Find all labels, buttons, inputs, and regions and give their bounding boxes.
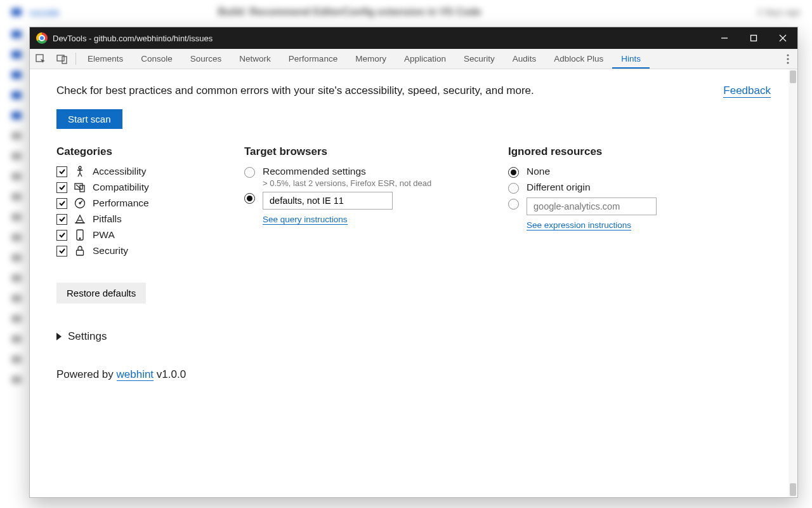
scrollbar[interactable] <box>789 69 797 497</box>
svg-point-10 <box>79 166 81 169</box>
file-icon <box>11 376 22 384</box>
restore-defaults-button[interactable]: Restore defaults <box>56 283 146 304</box>
separator <box>75 53 76 65</box>
checkbox-icon[interactable] <box>56 182 67 193</box>
devtools-window: DevTools - github.com/webhintio/hint/iss… <box>29 27 798 498</box>
window-close-button[interactable] <box>768 27 797 49</box>
svg-point-8 <box>787 58 789 60</box>
tab-sources[interactable]: Sources <box>181 49 231 69</box>
window-title: DevTools - github.com/webhintio/hint/iss… <box>53 34 213 43</box>
folder-icon <box>11 112 22 119</box>
footer-version: v1.0.0 <box>154 368 186 380</box>
svg-point-7 <box>787 54 789 56</box>
folder-icon <box>11 91 22 99</box>
category-accessibility[interactable]: Accessibility <box>56 166 244 177</box>
categories-heading: Categories <box>56 145 244 158</box>
folder-icon <box>11 51 22 58</box>
browsers-recommended-hint: > 0.5%, last 2 versions, Firefox ESR, no… <box>263 178 431 188</box>
settings-label: Settings <box>68 330 107 343</box>
category-pitfalls[interactable]: Pitfalls <box>56 213 244 225</box>
checkbox-icon[interactable] <box>56 246 67 257</box>
compatibility-icon <box>74 182 86 193</box>
file-icon <box>11 193 22 201</box>
browsers-custom-input[interactable] <box>263 192 393 210</box>
category-label: Compatibility <box>93 182 149 193</box>
category-label: Accessibility <box>93 166 146 177</box>
devtools-menu-button[interactable] <box>778 49 797 69</box>
folder-icon <box>11 8 22 16</box>
tab-network[interactable]: Network <box>230 49 280 69</box>
svg-point-9 <box>787 62 789 64</box>
radio-icon[interactable] <box>244 167 255 178</box>
file-icon <box>11 234 22 241</box>
settings-disclosure[interactable]: Settings <box>56 330 244 343</box>
radio-icon[interactable] <box>508 199 519 210</box>
ignored-custom-input[interactable] <box>527 197 657 215</box>
tab-performance[interactable]: Performance <box>280 49 346 69</box>
bg-link: vscode <box>29 7 60 18</box>
window-maximize-button[interactable] <box>739 27 768 49</box>
file-icon <box>11 356 22 363</box>
category-security[interactable]: Security <box>56 245 244 257</box>
browsers-recommended-option[interactable]: Recommended settings > 0.5%, last 2 vers… <box>244 166 508 188</box>
folder-icon <box>11 71 22 79</box>
category-compatibility[interactable]: Compatibility <box>56 182 244 193</box>
tab-memory[interactable]: Memory <box>346 49 395 69</box>
file-icon <box>11 335 22 343</box>
svg-point-20 <box>79 238 81 239</box>
browsers-recommended-label: Recommended settings <box>263 166 431 177</box>
devtools-tabstrip: ElementsConsoleSourcesNetworkPerformance… <box>30 49 797 69</box>
intro-text: Check for best practices and common erro… <box>56 84 534 97</box>
tab-hints[interactable]: Hints <box>612 49 650 69</box>
tab-application[interactable]: Application <box>395 49 455 69</box>
file-icon <box>11 295 22 302</box>
radio-icon[interactable] <box>508 183 519 194</box>
window-minimize-button[interactable] <box>710 27 739 49</box>
svg-rect-21 <box>77 250 84 255</box>
triangle-right-icon <box>56 333 62 340</box>
tab-audits[interactable]: Audits <box>504 49 546 69</box>
ignored-custom-option[interactable]: See expression instructions <box>508 197 771 231</box>
radio-selected-icon[interactable] <box>244 193 255 204</box>
scroll-down-arrow[interactable] <box>790 483 796 496</box>
ignored-none-option[interactable]: None <box>508 166 771 178</box>
bg-headline: Build: Recommend EditorConfig extension … <box>218 6 481 18</box>
category-label: PWA <box>93 229 115 241</box>
device-toolbar-icon[interactable] <box>51 49 73 69</box>
chrome-icon <box>36 32 48 44</box>
checkbox-icon[interactable] <box>56 198 67 209</box>
file-icon <box>11 254 22 262</box>
file-icon <box>11 173 22 180</box>
svg-rect-11 <box>75 184 82 189</box>
browsers-heading: Target browsers <box>244 145 508 158</box>
tab-elements[interactable]: Elements <box>79 49 132 69</box>
ignored-none-label: None <box>527 166 550 177</box>
scroll-up-arrow[interactable] <box>790 70 796 83</box>
file-icon <box>11 152 22 160</box>
feedback-link[interactable]: Feedback <box>723 84 771 98</box>
pwa-icon <box>74 229 86 241</box>
checkbox-icon[interactable] <box>56 214 67 225</box>
window-titlebar[interactable]: DevTools - github.com/webhintio/hint/iss… <box>30 27 797 49</box>
tab-security[interactable]: Security <box>455 49 504 69</box>
webhint-link[interactable]: webhint <box>117 368 154 381</box>
tab-adblock-plus[interactable]: Adblock Plus <box>545 49 612 69</box>
performance-icon <box>74 197 86 209</box>
category-label: Pitfalls <box>93 213 122 225</box>
query-instructions-link[interactable]: See query instructions <box>263 215 348 225</box>
file-icon <box>11 315 22 323</box>
category-performance[interactable]: Performance <box>56 197 244 209</box>
svg-point-16 <box>79 203 81 204</box>
checkbox-icon[interactable] <box>56 166 67 177</box>
inspect-element-icon[interactable] <box>30 49 51 69</box>
file-icon <box>11 213 22 221</box>
start-scan-button[interactable]: Start scan <box>56 109 122 129</box>
category-pwa[interactable]: PWA <box>56 229 244 241</box>
tab-console[interactable]: Console <box>132 49 181 69</box>
hints-panel: Check for best practices and common erro… <box>30 69 797 497</box>
checkbox-icon[interactable] <box>56 230 67 241</box>
ignored-different-origin-option[interactable]: Different origin <box>508 182 771 194</box>
radio-selected-icon[interactable] <box>508 167 519 178</box>
expression-instructions-link[interactable]: See expression instructions <box>527 220 631 231</box>
browsers-custom-option[interactable]: See query instructions <box>244 192 508 225</box>
